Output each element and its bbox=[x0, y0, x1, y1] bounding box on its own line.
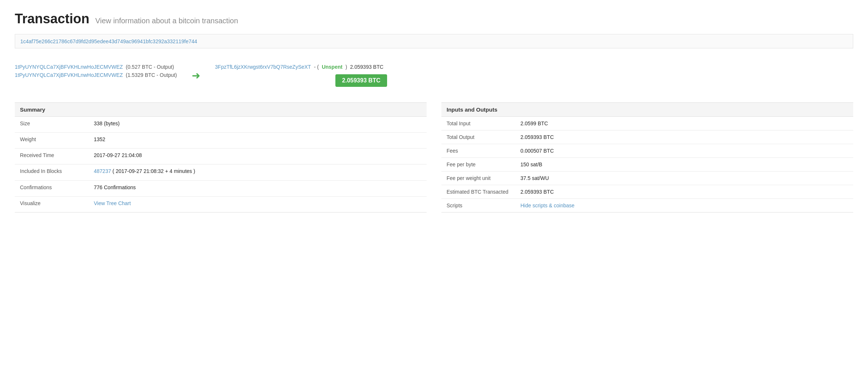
input-address-link[interactable]: 1tPyUYNYQLCa7XjBFVKHLnwHoJECMVWEZ bbox=[15, 64, 123, 70]
summary-heading: Summary bbox=[15, 103, 427, 117]
table-row: Scripts Hide scripts & coinbase bbox=[441, 199, 853, 212]
inputs-outputs-table: Inputs and Outputs Total Input 2.0599 BT… bbox=[441, 102, 853, 212]
table-row: Total Input 2.0599 BTC bbox=[441, 117, 853, 130]
row-value-cell: 2017-09-27 21:04:08 bbox=[89, 149, 427, 164]
table-row: Fee per byte 150 sat/B bbox=[441, 158, 853, 171]
output-amount: 2.059393 BTC bbox=[350, 64, 387, 70]
transaction-flow: 1tPyUYNYQLCa7XjBFVKHLnwHoJECMVWEZ(0.527 … bbox=[15, 57, 853, 91]
row-value: 338 (bytes) bbox=[94, 120, 120, 126]
tx-id-bar: 1c4af75e266c21786c67d9fd2d95edee43d749ac… bbox=[15, 34, 853, 48]
row-value: 776 Confirmations bbox=[94, 184, 136, 190]
row-value: 2.059393 BTC bbox=[520, 134, 554, 140]
table-row: Estimated BTC Transacted 2.059393 BTC bbox=[441, 185, 853, 199]
two-col-section: Summary Size 338 (bytes) Weight 1352 Rec… bbox=[15, 102, 853, 212]
row-label: Size bbox=[15, 117, 89, 133]
row-value: 2017-09-27 21:04:08 bbox=[94, 152, 142, 158]
row-value: 37.5 sat/WU bbox=[520, 175, 549, 181]
row-label: Included In Blocks bbox=[15, 164, 89, 180]
unspent-badge: Unspent bbox=[322, 64, 342, 70]
row-value-cell: 1352 bbox=[89, 133, 427, 149]
row-label: Scripts bbox=[441, 199, 515, 212]
row-label: Received Time bbox=[15, 149, 89, 164]
input-entry: 1tPyUYNYQLCa7XjBFVKHLnwHoJECMVWEZ(0.527 … bbox=[15, 64, 177, 70]
row-label: Fee per weight unit bbox=[441, 171, 515, 185]
table-row: Included In Blocks 487237 ( 2017-09-27 2… bbox=[15, 164, 427, 180]
row-value-cell: 2.059393 BTC bbox=[515, 130, 853, 144]
row-label: Weight bbox=[15, 133, 89, 149]
row-value-cell: View Tree Chart bbox=[89, 196, 427, 212]
row-label: Total Output bbox=[441, 130, 515, 144]
input-amount: (1.5329 BTC - Output) bbox=[126, 72, 177, 78]
table-row: Size 338 (bytes) bbox=[15, 117, 427, 133]
table-row: Total Output 2.059393 BTC bbox=[441, 130, 853, 144]
row-label: Fee per byte bbox=[441, 158, 515, 171]
table-row: Received Time 2017-09-27 21:04:08 bbox=[15, 149, 427, 164]
output-entry: 3FpzTfL6jzXKrwgst6rxV7bQ7RseZySeXT - (Un… bbox=[215, 64, 387, 70]
row-value-cell: 2.0599 BTC bbox=[515, 117, 853, 130]
total-btc-badge: 2.059393 BTC bbox=[335, 74, 387, 87]
input-entry: 1tPyUYNYQLCa7XjBFVKHLnwHoJECMVWEZ(1.5329… bbox=[15, 72, 177, 78]
input-address-link[interactable]: 1tPyUYNYQLCa7XjBFVKHLnwHoJECMVWEZ bbox=[15, 72, 123, 78]
table-row: Weight 1352 bbox=[15, 133, 427, 149]
row-value-cell: 776 Confirmations bbox=[89, 180, 427, 196]
row-value: 0.000507 BTC bbox=[520, 148, 554, 154]
input-amount: (0.527 BTC - Output) bbox=[126, 64, 174, 70]
row-value-cell: Hide scripts & coinbase bbox=[515, 199, 853, 212]
inputs-col: 1tPyUYNYQLCa7XjBFVKHLnwHoJECMVWEZ(0.527 … bbox=[15, 64, 177, 78]
table-row: Fees 0.000507 BTC bbox=[441, 144, 853, 158]
output-dash: - ( bbox=[314, 64, 319, 70]
row-value-cell: 150 sat/B bbox=[515, 158, 853, 171]
row-label: Visualize bbox=[15, 196, 89, 212]
row-label: Total Input bbox=[441, 117, 515, 130]
view-tree-chart-link[interactable]: View Tree Chart bbox=[94, 200, 131, 206]
arrow-icon: ➜ bbox=[177, 69, 215, 82]
block-link[interactable]: 487237 bbox=[94, 168, 111, 174]
row-value-cell: 0.000507 BTC bbox=[515, 144, 853, 158]
row-label: Confirmations bbox=[15, 180, 89, 196]
row-value-cell: 338 (bytes) bbox=[89, 117, 427, 133]
row-value-cell: 37.5 sat/WU bbox=[515, 171, 853, 185]
row-value-cell: 2.059393 BTC bbox=[515, 185, 853, 199]
row-value-cell: 487237 ( 2017-09-27 21:08:32 + 4 minutes… bbox=[89, 164, 427, 180]
inputs-outputs-heading: Inputs and Outputs bbox=[441, 103, 853, 117]
summary-table: Summary Size 338 (bytes) Weight 1352 Rec… bbox=[15, 102, 427, 212]
table-row: Fee per weight unit 37.5 sat/WU bbox=[441, 171, 853, 185]
page-subtitle: View information about a bitcoin transac… bbox=[95, 17, 238, 25]
block-extra: ( 2017-09-27 21:08:32 + 4 minutes ) bbox=[111, 168, 195, 174]
row-value: 2.059393 BTC bbox=[520, 189, 554, 195]
table-row: Confirmations 776 Confirmations bbox=[15, 180, 427, 196]
row-label: Estimated BTC Transacted bbox=[441, 185, 515, 199]
outputs-col: 3FpzTfL6jzXKrwgst6rxV7bQ7RseZySeXT - (Un… bbox=[215, 64, 387, 70]
scripts-link[interactable]: Hide scripts & coinbase bbox=[520, 203, 574, 208]
outputs-wrapper: 3FpzTfL6jzXKrwgst6rxV7bQ7RseZySeXT - (Un… bbox=[215, 64, 387, 87]
page-title: Transaction bbox=[15, 11, 89, 27]
output-address-link[interactable]: 3FpzTfL6jzXKrwgst6rxV7bQ7RseZySeXT bbox=[215, 64, 311, 70]
row-value: 150 sat/B bbox=[520, 162, 542, 167]
row-value: 2.0599 BTC bbox=[520, 120, 548, 126]
tx-id-link[interactable]: 1c4af75e266c21786c67d9fd2d95edee43d749ac… bbox=[20, 38, 197, 44]
row-label: Fees bbox=[441, 144, 515, 158]
row-value: 1352 bbox=[94, 136, 105, 142]
output-paren: ) bbox=[345, 64, 347, 70]
table-row: Visualize View Tree Chart bbox=[15, 196, 427, 212]
